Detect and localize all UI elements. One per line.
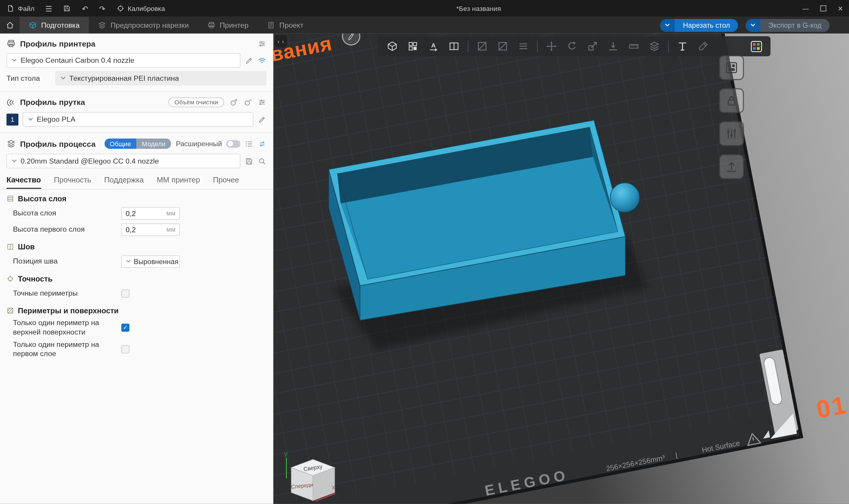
file-menu-button[interactable]: Файл — [6, 4, 35, 13]
tab-quality[interactable]: Качество — [6, 175, 41, 189]
bed-type-value: Текстурированная PEI пластина — [69, 74, 179, 83]
add-filament-icon[interactable] — [230, 98, 238, 106]
split-to-objects-icon[interactable] — [473, 39, 491, 54]
printer-tab-icon — [207, 21, 216, 30]
save-preset-icon[interactable] — [245, 157, 253, 165]
sidebar-collapse-handle[interactable]: ‹ › — [275, 35, 287, 47]
first-layer-height-unit: мм — [166, 226, 179, 233]
group-title: Высота слоя — [18, 194, 67, 203]
chevron-down-icon — [665, 22, 671, 28]
text-tool-icon[interactable] — [674, 39, 691, 54]
slice-dropdown-button[interactable] — [660, 19, 675, 32]
adjust-sliders-icon[interactable] — [719, 121, 744, 146]
edit-filament-icon[interactable] — [258, 115, 266, 124]
variable-layer-height-icon[interactable] — [645, 39, 664, 54]
search-settings-icon[interactable] — [258, 157, 266, 165]
process-sync-icon[interactable] — [258, 139, 266, 148]
move-icon[interactable] — [543, 39, 561, 54]
split-view-icon[interactable] — [445, 39, 463, 54]
titlebar: Файл ☰ ↶ ↷ Калибровка *Без названия — ✕ — [0, 0, 849, 17]
undo-button[interactable]: ↶ — [82, 4, 88, 13]
tab-project-label: Проект — [279, 21, 303, 30]
lock-icon[interactable] — [719, 88, 744, 113]
arrange-icon[interactable] — [404, 39, 422, 54]
main-menu-button[interactable]: ☰ — [46, 4, 52, 13]
filament-slot-badge[interactable]: 1 — [6, 113, 18, 125]
printer-profile-select[interactable]: Elegoo Centauri Carbon 0.4 nozzle — [6, 53, 240, 68]
place-on-face-icon[interactable] — [604, 39, 622, 54]
remove-filament-icon[interactable] — [244, 98, 252, 106]
split-to-parts-icon[interactable] — [494, 39, 512, 54]
scope-objects-segment[interactable]: Модели — [137, 139, 171, 149]
bed-type-select[interactable]: Текстурированная PEI пластина — [55, 71, 266, 86]
rotate-icon[interactable] — [563, 39, 581, 54]
printer-icon — [6, 39, 16, 48]
precise-wall-checkbox[interactable] — [121, 289, 129, 298]
tab-strength[interactable]: Прочность — [54, 175, 91, 189]
maximize-button[interactable] — [814, 0, 832, 17]
printer-section-title: Профиль принтера — [20, 39, 95, 48]
one-wall-top-checkbox[interactable]: ✓ — [121, 324, 129, 332]
export-gcode-button[interactable]: Экспорт в G-код — [746, 19, 830, 32]
window-controls: — ✕ — [797, 0, 849, 17]
close-button[interactable]: ✕ — [832, 0, 849, 17]
prepare-cube-icon — [29, 21, 37, 30]
precision-icon — [6, 275, 14, 283]
send-up-icon[interactable] — [719, 154, 744, 179]
tab-preview-label: Предпросмотр нарезки — [111, 21, 189, 30]
flush-volume-button[interactable]: Объём очистки — [169, 97, 224, 107]
auto-orient-icon[interactable] — [425, 39, 443, 54]
slice-plate-label: Нарезать стол — [675, 19, 738, 32]
assembly-puzzle-icon[interactable] — [747, 39, 765, 54]
group-objects-icon[interactable] — [514, 39, 532, 54]
measure-icon[interactable] — [625, 39, 643, 54]
param-row-seam-position: Позиция шва Выровненная — [0, 253, 273, 269]
save-button[interactable] — [63, 4, 71, 13]
filament-profile-select[interactable]: Elegoo PLA — [23, 112, 253, 127]
group-title: Точность — [18, 274, 53, 283]
viewport-3d[interactable]: вания ELEGOO 256×256×256mm³ | Hot Surfac… — [273, 34, 849, 504]
slice-plate-button[interactable]: Нарезать стол — [660, 19, 738, 32]
group-title: Шов — [18, 242, 35, 251]
calibration-button[interactable]: Калибровка — [116, 4, 165, 13]
tab-preview[interactable]: Предпросмотр нарезки — [89, 17, 198, 34]
home-button[interactable] — [0, 17, 19, 34]
tab-project[interactable]: Проект — [258, 17, 313, 34]
add-object-icon[interactable] — [383, 39, 401, 54]
layer-height-input[interactable]: 0,2 мм — [121, 207, 180, 219]
printer-settings-icon[interactable] — [258, 39, 266, 48]
process-profile-select[interactable]: 0.20mm Standard @Elegoo CC 0.4 nozzle — [6, 154, 240, 168]
minimize-button[interactable]: — — [797, 0, 814, 17]
scene-canvas[interactable]: вания ELEGOO 256×256×256mm³ | Hot Surfac… — [273, 34, 849, 504]
plate-number-tab[interactable]: 01 — [814, 391, 849, 424]
param-row-one-wall-top: Только один периметр на верхней поверхно… — [0, 317, 273, 339]
plate-settings-icon[interactable] — [719, 55, 744, 80]
first-layer-height-input[interactable]: 0,2 мм — [121, 223, 180, 235]
toolbar-separator — [537, 40, 537, 52]
tab-prepare-label: Подготовка — [41, 21, 79, 30]
walls-icon — [6, 307, 14, 314]
scope-global-segment[interactable]: Общие — [104, 139, 137, 149]
tab-multimaterial[interactable]: ММ принтер — [157, 175, 200, 189]
tab-others[interactable]: Прочее — [213, 175, 239, 189]
tab-support[interactable]: Поддержка — [104, 175, 144, 189]
process-list-icon[interactable] — [245, 139, 253, 148]
seam-position-select[interactable]: Выровненная — [121, 255, 180, 268]
model-sphere-knob[interactable] — [610, 183, 639, 212]
tab-printer[interactable]: Принтер — [198, 17, 258, 34]
one-wall-first-layer-checkbox[interactable] — [121, 345, 129, 354]
process-scope-toggle[interactable]: Общие Модели — [104, 139, 171, 149]
maximize-icon — [820, 5, 826, 11]
filament-settings-icon[interactable] — [258, 98, 266, 106]
advanced-toggle[interactable] — [226, 140, 240, 148]
wifi-icon[interactable] — [258, 56, 266, 65]
export-dropdown-button[interactable] — [746, 19, 761, 32]
scale-icon[interactable] — [584, 39, 602, 54]
param-label: Позиция шва — [13, 257, 121, 266]
tab-prepare[interactable]: Подготовка — [19, 17, 89, 34]
redo-button[interactable]: ↷ — [99, 4, 106, 13]
redo-icon: ↷ — [99, 4, 106, 13]
edit-printer-icon[interactable] — [245, 56, 253, 65]
group-precision: Точность — [0, 269, 273, 285]
paint-support-icon[interactable] — [694, 39, 712, 54]
